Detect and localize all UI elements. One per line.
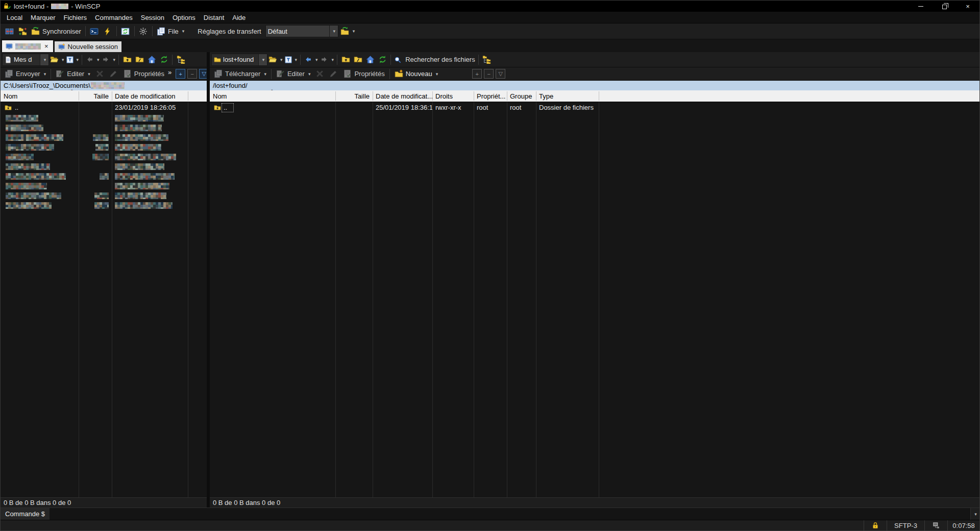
column-header-group[interactable]: Groupe: [507, 90, 536, 102]
menu-session[interactable]: Session: [137, 12, 168, 23]
upload-button[interactable]: Envoyer▾: [2, 68, 48, 80]
remote-home-directory-button[interactable]: [364, 54, 376, 66]
transfer-preset-button[interactable]: ▾: [338, 25, 357, 38]
remote-properties-button[interactable]: Propriétés: [340, 68, 387, 80]
session-tab-current[interactable]: ×: [2, 40, 53, 52]
menu-fichiers[interactable]: Fichiers: [60, 12, 91, 23]
restore-button[interactable]: [933, 1, 956, 12]
encryption-status-cell[interactable]: [864, 520, 887, 530]
local-parent-directory-button[interactable]: [121, 54, 133, 66]
local-delete-button[interactable]: [93, 68, 107, 80]
new-button[interactable]: Nouveau▾: [392, 68, 441, 80]
find-files-button[interactable]: Rechercher des fichiers: [393, 54, 476, 66]
remote-remove-filter-toggle[interactable]: −: [484, 69, 494, 79]
column-header-date[interactable]: Date de modification: [112, 90, 188, 102]
chevron-down-icon[interactable]: ▾: [258, 54, 267, 65]
local-remove-filter-toggle[interactable]: −: [187, 69, 197, 79]
column-header-date[interactable]: Date de modificat...: [373, 90, 432, 102]
menu-marquer[interactable]: Marquer: [27, 12, 59, 23]
remote-forward-button[interactable]: ▾: [319, 54, 335, 66]
local-properties-button[interactable]: Propriétés: [120, 68, 167, 80]
transfer-settings-combo[interactable]: Défaut ▾: [265, 25, 338, 37]
swap-panels-button[interactable]: [3, 25, 16, 38]
minimize-button[interactable]: [909, 1, 933, 12]
open-in-putty-button[interactable]: [101, 25, 114, 38]
redacted-file-row[interactable]: [1, 152, 207, 162]
local-root-directory-button[interactable]: [133, 54, 145, 66]
find-files-label: Rechercher des fichiers: [405, 56, 475, 63]
remote-back-button[interactable]: ▾: [303, 54, 319, 66]
chevron-down-icon[interactable]: ▾: [40, 54, 48, 65]
local-edit-button[interactable]: Editer▾: [53, 68, 93, 80]
local-path-bar[interactable]: C:\Users\iTrooz_\Documents\: [1, 81, 207, 90]
open-console-button[interactable]: [88, 25, 101, 38]
local-refresh-button[interactable]: [158, 54, 170, 66]
column-header-size[interactable]: Taille: [79, 90, 112, 102]
winscp-app-icon: [4, 3, 11, 10]
local-open-directory-button[interactable]: ▾: [49, 54, 65, 66]
column-header-type[interactable]: Type: [536, 90, 599, 102]
remote-filter-button[interactable]: ▾: [284, 54, 299, 66]
column-header-name[interactable]: Nom: [1, 90, 79, 102]
remote-path-bar[interactable]: /lost+found/: [210, 81, 979, 90]
command-input[interactable]: [50, 508, 970, 520]
local-rename-button[interactable]: [107, 68, 120, 80]
chevron-down-icon: ▾: [62, 57, 64, 62]
redacted-file-row[interactable]: [1, 201, 207, 210]
preferences-button[interactable]: [137, 25, 150, 38]
protocol-status-cell[interactable]: SFTP-3: [887, 520, 925, 530]
local-back-button[interactable]: ▾: [84, 54, 101, 66]
connection-status-cell[interactable]: [925, 520, 948, 530]
local-add-filter-toggle[interactable]: +: [176, 69, 185, 79]
local-home-directory-button[interactable]: [145, 54, 158, 66]
remote-parent-row[interactable]: .. 25/01/2019 18:36:10 rwxr-xr-x root ro…: [210, 102, 979, 113]
remote-open-directory-button[interactable]: ▾: [267, 54, 284, 66]
local-parent-row[interactable]: .. 23/01/2019 18:26:05: [1, 102, 207, 113]
remote-root-directory-button[interactable]: [352, 54, 364, 66]
redacted-file-row[interactable]: [1, 172, 207, 181]
remote-file-list[interactable]: .. 25/01/2019 18:36:10 rwxr-xr-x root ro…: [210, 102, 979, 497]
redacted-file-row[interactable]: [1, 162, 207, 172]
overflow-chevron-icon[interactable]: »: [168, 68, 172, 76]
redacted-file-row[interactable]: [1, 191, 207, 201]
remote-edit-button[interactable]: Editer▾: [274, 68, 313, 80]
local-file-list[interactable]: .. 23/01/2019 18:26:05: [1, 102, 207, 497]
remote-tree-button[interactable]: [481, 54, 493, 66]
local-forward-button[interactable]: ▾: [101, 54, 117, 66]
menu-commandes[interactable]: Commandes: [91, 12, 137, 23]
close-button[interactable]: ×: [956, 1, 979, 12]
menu-distant[interactable]: Distant: [200, 12, 228, 23]
command-history-dropdown[interactable]: ▾: [970, 508, 979, 520]
remote-delete-button[interactable]: [313, 68, 327, 80]
synchronize-button[interactable]: Synchroniser: [29, 25, 83, 38]
menu-options[interactable]: Options: [168, 12, 200, 23]
refresh-session-button[interactable]: [119, 25, 132, 38]
queue-button[interactable]: File▾: [155, 25, 186, 38]
remote-filter-toggle[interactable]: ▽: [496, 69, 505, 79]
remote-refresh-button[interactable]: [376, 54, 388, 66]
session-tab-new[interactable]: Nouvelle session: [55, 41, 121, 52]
redacted-file-row[interactable]: [1, 113, 207, 123]
compare-directories-button[interactable]: [16, 25, 29, 38]
local-tree-button[interactable]: [175, 54, 187, 66]
column-header-owner[interactable]: Propriét...: [474, 90, 507, 102]
chevron-down-icon[interactable]: ▾: [329, 26, 338, 37]
remote-parent-directory-button[interactable]: [339, 54, 352, 66]
redacted-file-row[interactable]: [1, 181, 207, 191]
tab-close-icon[interactable]: ×: [43, 42, 50, 50]
menu-local[interactable]: Local: [3, 12, 27, 23]
redacted-file-row[interactable]: [1, 133, 207, 142]
chevron-down-icon: ▾: [97, 57, 100, 62]
remote-directory-combo[interactable]: lost+found ▾: [211, 54, 267, 66]
remote-rename-button[interactable]: [327, 68, 340, 80]
download-button[interactable]: Télécharger▾: [211, 68, 269, 80]
column-header-rights[interactable]: Droits: [432, 90, 474, 102]
remote-add-filter-toggle[interactable]: +: [472, 69, 482, 79]
redacted-file-row[interactable]: [1, 142, 207, 152]
window-title-suffix: - WinSCP: [71, 3, 100, 10]
column-header-size[interactable]: Taille: [335, 90, 373, 102]
redacted-file-row[interactable]: [1, 123, 207, 133]
drive-combo[interactable]: Mes d ▾: [2, 54, 49, 66]
local-filter-button[interactable]: ▾: [65, 54, 80, 66]
menu-aide[interactable]: Aide: [228, 12, 250, 23]
